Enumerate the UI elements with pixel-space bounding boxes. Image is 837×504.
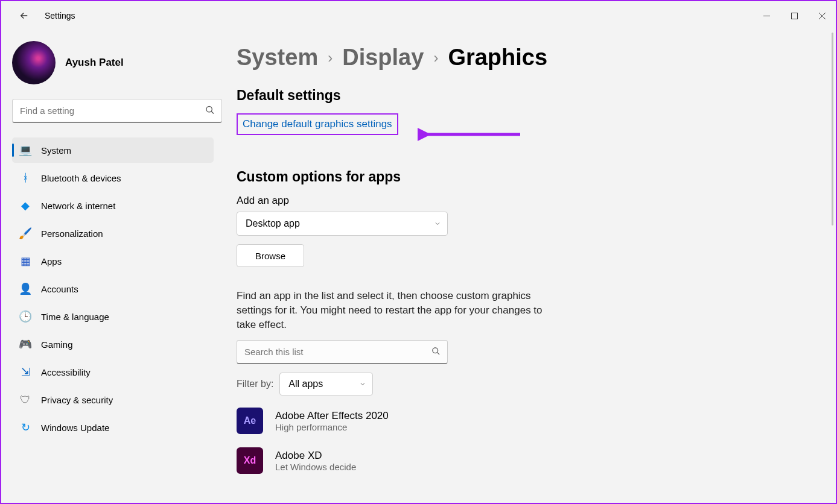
close-icon bbox=[819, 13, 826, 19]
browse-button[interactable]: Browse bbox=[237, 244, 304, 267]
update-icon: ↻ bbox=[19, 421, 31, 433]
minimize-icon bbox=[763, 13, 770, 19]
sidebar-item-label: Windows Update bbox=[41, 423, 109, 433]
accounts-icon: 👤 bbox=[19, 283, 31, 295]
bluetooth-icon: ᚼ bbox=[19, 172, 31, 184]
sidebar-item-label: Time & language bbox=[41, 312, 109, 322]
sidebar-item-label: System bbox=[41, 145, 71, 156]
app-type-value: Desktop app bbox=[246, 218, 300, 229]
sidebar-item-label: Bluetooth & devices bbox=[41, 173, 121, 183]
accessibility-icon: ⇲ bbox=[19, 366, 31, 378]
sidebar-item-label: Gaming bbox=[41, 339, 73, 350]
filter-value: All apps bbox=[288, 379, 323, 389]
apps-icon: ▦ bbox=[19, 255, 31, 267]
chevron-down-icon bbox=[359, 380, 366, 388]
svg-point-4 bbox=[206, 107, 212, 112]
sidebar-item-label: Accessibility bbox=[41, 367, 91, 377]
filter-dropdown[interactable]: All apps bbox=[279, 373, 373, 395]
sidebar-item-system[interactable]: 💻System bbox=[12, 137, 214, 163]
breadcrumb-current: Graphics bbox=[448, 45, 547, 71]
profile-block[interactable]: Ayush Patel bbox=[12, 41, 224, 84]
personalization-icon: 🖌️ bbox=[19, 227, 31, 239]
system-icon: 💻 bbox=[19, 144, 31, 156]
change-default-graphics-link[interactable]: Change default graphics settings bbox=[237, 113, 398, 135]
sidebar-item-label: Privacy & security bbox=[41, 395, 113, 405]
sidebar-item-time[interactable]: 🕒Time & language bbox=[12, 304, 214, 329]
network-icon: ◆ bbox=[19, 200, 31, 212]
close-button[interactable] bbox=[808, 4, 836, 28]
chevron-right-icon: › bbox=[328, 49, 333, 66]
maximize-icon bbox=[791, 13, 798, 19]
search-box bbox=[12, 99, 222, 123]
svg-line-7 bbox=[437, 353, 439, 355]
custom-options-heading: Custom options for apps bbox=[237, 169, 812, 185]
sidebar-item-accounts[interactable]: 👤Accounts bbox=[12, 276, 214, 301]
gaming-icon: 🎮 bbox=[19, 338, 31, 350]
breadcrumb-system[interactable]: System bbox=[237, 45, 318, 71]
time-icon: 🕒 bbox=[19, 310, 31, 323]
svg-rect-1 bbox=[791, 13, 797, 19]
filter-label: Filter by: bbox=[237, 379, 273, 389]
window-controls bbox=[753, 4, 836, 28]
sidebar-item-label: Network & internet bbox=[41, 201, 115, 211]
titlebar: Settings bbox=[1, 1, 836, 30]
help-text: Find an app in the list and select it, t… bbox=[237, 289, 556, 332]
minimize-button[interactable] bbox=[753, 4, 780, 28]
list-search-input[interactable] bbox=[237, 340, 448, 364]
arrow-left-icon bbox=[19, 10, 30, 21]
nav-list: 💻SystemᚼBluetooth & devices◆Network & in… bbox=[12, 137, 224, 440]
sidebar-item-bluetooth[interactable]: ᚼBluetooth & devices bbox=[12, 165, 214, 191]
search-input[interactable] bbox=[12, 99, 222, 123]
breadcrumb: System › Display › Graphics bbox=[237, 45, 812, 71]
app-list: AeAdobe After Effects 2020High performan… bbox=[237, 408, 812, 474]
sidebar-item-apps[interactable]: ▦Apps bbox=[12, 248, 214, 274]
sidebar-item-label: Accounts bbox=[41, 284, 78, 294]
sidebar-item-privacy[interactable]: 🛡Privacy & security bbox=[12, 387, 214, 412]
sidebar-item-label: Personalization bbox=[41, 228, 103, 239]
profile-name: Ayush Patel bbox=[65, 57, 124, 69]
main-content: System › Display › Graphics Default sett… bbox=[224, 30, 836, 503]
back-button[interactable] bbox=[12, 4, 36, 28]
search-icon bbox=[205, 106, 215, 117]
app-setting: High performance bbox=[275, 422, 389, 432]
privacy-icon: 🛡 bbox=[19, 394, 31, 406]
app-icon: Xd bbox=[237, 447, 263, 474]
avatar bbox=[12, 41, 56, 84]
app-row[interactable]: AeAdobe After Effects 2020High performan… bbox=[237, 408, 812, 434]
app-icon: Ae bbox=[237, 408, 263, 434]
chevron-right-icon: › bbox=[433, 49, 438, 66]
sidebar-item-personalization[interactable]: 🖌️Personalization bbox=[12, 221, 214, 246]
search-icon bbox=[431, 347, 441, 358]
sidebar-item-network[interactable]: ◆Network & internet bbox=[12, 193, 214, 218]
sidebar-item-update[interactable]: ↻Windows Update bbox=[12, 415, 214, 440]
svg-line-5 bbox=[211, 112, 214, 114]
app-type-dropdown[interactable]: Desktop app bbox=[237, 212, 448, 236]
annotation-arrow bbox=[418, 125, 526, 143]
sidebar-item-gaming[interactable]: 🎮Gaming bbox=[12, 332, 214, 357]
default-settings-heading: Default settings bbox=[237, 87, 812, 104]
sidebar: Ayush Patel 💻SystemᚼBluetooth & devices◆… bbox=[1, 30, 224, 503]
sidebar-item-label: Apps bbox=[41, 256, 62, 266]
add-app-label: Add an app bbox=[237, 195, 812, 207]
app-row[interactable]: XdAdobe XDLet Windows decide bbox=[237, 447, 812, 474]
scrollbar[interactable] bbox=[832, 33, 833, 225]
chevron-down-icon bbox=[434, 220, 441, 227]
sidebar-item-accessibility[interactable]: ⇲Accessibility bbox=[12, 359, 214, 385]
app-setting: Let Windows decide bbox=[275, 462, 356, 472]
filter-row: Filter by: All apps bbox=[237, 373, 812, 395]
app-title: Settings bbox=[45, 11, 75, 20]
list-search-box bbox=[237, 340, 448, 364]
app-name: Adobe After Effects 2020 bbox=[275, 410, 389, 422]
maximize-button[interactable] bbox=[780, 4, 808, 28]
breadcrumb-display[interactable]: Display bbox=[342, 45, 424, 71]
svg-point-6 bbox=[433, 348, 438, 353]
app-name: Adobe XD bbox=[275, 450, 356, 462]
